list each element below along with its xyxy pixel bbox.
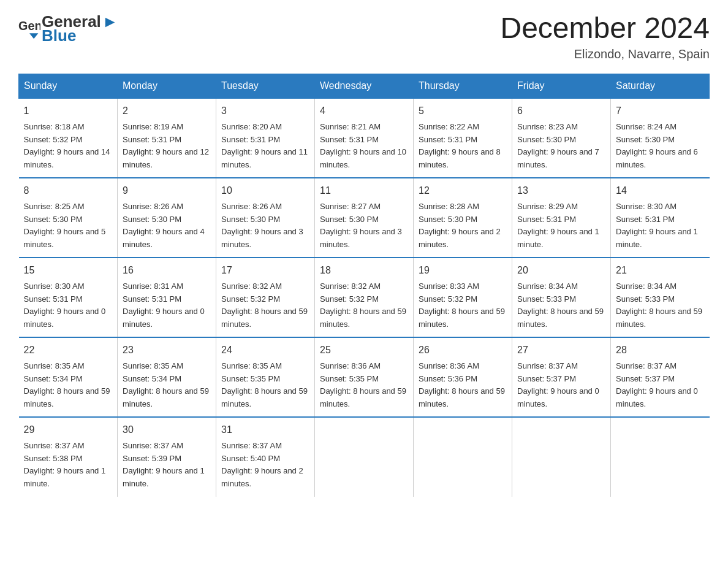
table-row: 8 Sunrise: 8:25 AM Sunset: 5:30 PM Dayli… (19, 178, 118, 258)
day-number: 12 (419, 183, 507, 198)
day-number: 25 (320, 343, 408, 358)
day-info: Sunrise: 8:25 AM Sunset: 5:30 PM Dayligh… (24, 201, 113, 251)
day-number: 20 (517, 263, 605, 278)
day-number: 7 (616, 104, 705, 118)
header-sunday: Sunday (19, 74, 118, 98)
day-info: Sunrise: 8:30 AM Sunset: 5:31 PM Dayligh… (616, 201, 705, 251)
day-number: 13 (517, 183, 605, 198)
table-row: 20 Sunrise: 8:34 AM Sunset: 5:33 PM Dayl… (512, 258, 611, 337)
day-info: Sunrise: 8:34 AM Sunset: 5:33 PM Dayligh… (616, 280, 705, 331)
day-number: 21 (616, 263, 705, 278)
table-row: 23 Sunrise: 8:35 AM Sunset: 5:34 PM Dayl… (118, 337, 216, 417)
day-number: 3 (221, 104, 309, 118)
day-info: Sunrise: 8:35 AM Sunset: 5:34 PM Dayligh… (123, 360, 211, 411)
day-info: Sunrise: 8:19 AM Sunset: 5:31 PM Dayligh… (123, 121, 211, 172)
day-info: Sunrise: 8:37 AM Sunset: 5:40 PM Dayligh… (221, 440, 309, 491)
day-number: 17 (221, 263, 309, 278)
calendar-week-row: 22 Sunrise: 8:35 AM Sunset: 5:34 PM Dayl… (19, 337, 710, 417)
month-title: December 2024 (500, 12, 710, 45)
table-row: 27 Sunrise: 8:37 AM Sunset: 5:37 PM Dayl… (512, 337, 611, 417)
table-row: 17 Sunrise: 8:32 AM Sunset: 5:32 PM Dayl… (216, 258, 315, 337)
table-row: 2 Sunrise: 8:19 AM Sunset: 5:31 PM Dayli… (118, 98, 216, 178)
calendar-week-row: 8 Sunrise: 8:25 AM Sunset: 5:30 PM Dayli… (19, 178, 710, 258)
day-info: Sunrise: 8:24 AM Sunset: 5:30 PM Dayligh… (616, 121, 705, 172)
table-row: 28 Sunrise: 8:37 AM Sunset: 5:37 PM Dayl… (611, 337, 710, 417)
table-row: 3 Sunrise: 8:20 AM Sunset: 5:31 PM Dayli… (216, 98, 315, 178)
day-number: 9 (123, 183, 211, 198)
day-info: Sunrise: 8:26 AM Sunset: 5:30 PM Dayligh… (221, 201, 309, 251)
table-row: 7 Sunrise: 8:24 AM Sunset: 5:30 PM Dayli… (611, 98, 710, 178)
day-info: Sunrise: 8:34 AM Sunset: 5:33 PM Dayligh… (517, 280, 605, 331)
day-number: 5 (419, 104, 507, 118)
table-row: 6 Sunrise: 8:23 AM Sunset: 5:30 PM Dayli… (512, 98, 611, 178)
day-info: Sunrise: 8:22 AM Sunset: 5:31 PM Dayligh… (419, 121, 507, 172)
day-number: 11 (320, 183, 408, 198)
calendar-week-row: 15 Sunrise: 8:30 AM Sunset: 5:31 PM Dayl… (19, 258, 710, 337)
day-number: 10 (221, 183, 309, 198)
table-row: 16 Sunrise: 8:31 AM Sunset: 5:31 PM Dayl… (118, 258, 216, 337)
day-number: 28 (616, 343, 705, 358)
day-number: 6 (517, 104, 605, 118)
day-info: Sunrise: 8:20 AM Sunset: 5:31 PM Dayligh… (221, 121, 309, 172)
calendar-table: Sunday Monday Tuesday Wednesday Thursday… (18, 74, 710, 497)
day-number: 24 (221, 343, 309, 358)
day-number: 23 (123, 343, 211, 358)
table-row: 1 Sunrise: 8:18 AM Sunset: 5:32 PM Dayli… (19, 98, 118, 178)
day-number: 31 (221, 423, 309, 437)
day-info: Sunrise: 8:27 AM Sunset: 5:30 PM Dayligh… (320, 201, 408, 251)
day-number: 8 (24, 183, 113, 198)
day-info: Sunrise: 8:36 AM Sunset: 5:36 PM Dayligh… (419, 360, 507, 411)
day-info: Sunrise: 8:37 AM Sunset: 5:39 PM Dayligh… (123, 440, 211, 491)
table-row: 11 Sunrise: 8:27 AM Sunset: 5:30 PM Dayl… (315, 178, 414, 258)
table-row: 31 Sunrise: 8:37 AM Sunset: 5:40 PM Dayl… (216, 417, 315, 497)
logo-icon: General (18, 18, 40, 40)
table-row (611, 417, 710, 497)
table-row: 12 Sunrise: 8:28 AM Sunset: 5:30 PM Dayl… (414, 178, 512, 258)
location: Elizondo, Navarre, Spain (500, 47, 710, 61)
day-info: Sunrise: 8:37 AM Sunset: 5:37 PM Dayligh… (616, 360, 705, 411)
day-number: 29 (24, 423, 113, 437)
calendar-week-row: 1 Sunrise: 8:18 AM Sunset: 5:32 PM Dayli… (19, 98, 710, 178)
page-header: General General► Blue December 2024 Eliz… (18, 12, 710, 61)
day-number: 22 (24, 343, 113, 358)
table-row: 14 Sunrise: 8:30 AM Sunset: 5:31 PM Dayl… (611, 178, 710, 258)
header-tuesday: Tuesday (216, 74, 315, 98)
table-row: 4 Sunrise: 8:21 AM Sunset: 5:31 PM Dayli… (315, 98, 414, 178)
header-saturday: Saturday (611, 74, 710, 98)
day-number: 4 (320, 104, 408, 118)
table-row: 5 Sunrise: 8:22 AM Sunset: 5:31 PM Dayli… (414, 98, 512, 178)
day-info: Sunrise: 8:21 AM Sunset: 5:31 PM Dayligh… (320, 121, 408, 172)
day-number: 30 (123, 423, 211, 437)
svg-text:General: General (18, 19, 40, 33)
table-row: 13 Sunrise: 8:29 AM Sunset: 5:31 PM Dayl… (512, 178, 611, 258)
day-info: Sunrise: 8:23 AM Sunset: 5:30 PM Dayligh… (517, 121, 605, 172)
day-number: 1 (24, 104, 113, 118)
header-thursday: Thursday (414, 74, 512, 98)
table-row: 25 Sunrise: 8:36 AM Sunset: 5:35 PM Dayl… (315, 337, 414, 417)
table-row: 30 Sunrise: 8:37 AM Sunset: 5:39 PM Dayl… (118, 417, 216, 497)
day-info: Sunrise: 8:32 AM Sunset: 5:32 PM Dayligh… (221, 280, 309, 331)
day-number: 18 (320, 263, 408, 278)
day-info: Sunrise: 8:33 AM Sunset: 5:32 PM Dayligh… (419, 280, 507, 331)
calendar-header-row: Sunday Monday Tuesday Wednesday Thursday… (19, 74, 710, 98)
day-info: Sunrise: 8:37 AM Sunset: 5:37 PM Dayligh… (517, 360, 605, 411)
table-row (414, 417, 512, 497)
day-info: Sunrise: 8:26 AM Sunset: 5:30 PM Dayligh… (123, 201, 211, 251)
table-row (512, 417, 611, 497)
day-number: 16 (123, 263, 211, 278)
day-info: Sunrise: 8:31 AM Sunset: 5:31 PM Dayligh… (123, 280, 211, 331)
calendar-week-row: 29 Sunrise: 8:37 AM Sunset: 5:38 PM Dayl… (19, 417, 710, 497)
table-row (315, 417, 414, 497)
header-friday: Friday (512, 74, 611, 98)
header-monday: Monday (118, 74, 216, 98)
day-number: 14 (616, 183, 705, 198)
logo: General General► Blue (18, 12, 118, 45)
table-row: 19 Sunrise: 8:33 AM Sunset: 5:32 PM Dayl… (414, 258, 512, 337)
day-number: 26 (419, 343, 507, 358)
day-number: 15 (24, 263, 113, 278)
day-info: Sunrise: 8:18 AM Sunset: 5:32 PM Dayligh… (24, 121, 113, 172)
day-info: Sunrise: 8:35 AM Sunset: 5:34 PM Dayligh… (24, 360, 113, 411)
table-row: 24 Sunrise: 8:35 AM Sunset: 5:35 PM Dayl… (216, 337, 315, 417)
day-info: Sunrise: 8:32 AM Sunset: 5:32 PM Dayligh… (320, 280, 408, 331)
day-number: 2 (123, 104, 211, 118)
